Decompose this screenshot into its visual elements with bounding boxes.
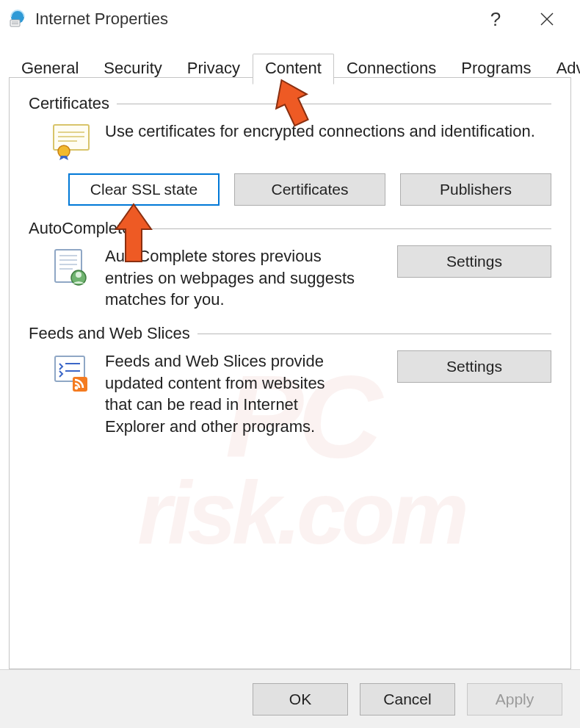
feeds-settings-button[interactable]: Settings xyxy=(397,350,551,383)
group-certificates: Certificates Use certificates for encryp… xyxy=(29,94,551,206)
dialog-actions: OK Cancel Apply xyxy=(0,669,580,728)
divider xyxy=(117,104,551,104)
group-title-certificates: Certificates xyxy=(29,94,117,113)
certificates-button[interactable]: Certificates xyxy=(234,173,385,206)
tab-content[interactable]: Content xyxy=(253,54,334,84)
group-autocomplete: AutoComplete AutoComplete stores previou… xyxy=(29,219,551,311)
group-title-feeds: Feeds and Web Slices xyxy=(29,324,197,343)
close-button[interactable] xyxy=(521,0,573,38)
titlebar: Internet Properties ? xyxy=(0,0,580,38)
publishers-button[interactable]: Publishers xyxy=(400,173,551,206)
autocomplete-settings-button[interactable]: Settings xyxy=(397,245,551,278)
clear-ssl-state-button[interactable]: Clear SSL state xyxy=(68,173,220,206)
autocomplete-description: AutoComplete stores previous entries on … xyxy=(105,245,355,311)
cancel-button[interactable]: Cancel xyxy=(360,683,455,716)
help-button[interactable]: ? xyxy=(470,0,521,38)
group-title-autocomplete: AutoComplete xyxy=(29,219,138,238)
divider xyxy=(197,334,551,334)
group-feeds: Feeds and Web Slices Feeds and Web Slice… xyxy=(29,324,551,438)
autocomplete-icon xyxy=(51,247,92,288)
svg-rect-6 xyxy=(54,125,89,150)
svg-rect-1 xyxy=(10,20,20,26)
certificates-description: Use certificates for encrypted connectio… xyxy=(105,120,535,143)
app-icon xyxy=(7,9,28,29)
content-panel: PC risk.com Certificates Use certificate… xyxy=(9,77,571,669)
svg-point-10 xyxy=(58,145,70,157)
apply-button[interactable]: Apply xyxy=(467,683,562,716)
feeds-description: Feeds and Web Slices provide updated con… xyxy=(105,350,355,438)
svg-point-17 xyxy=(76,272,81,278)
ok-button[interactable]: OK xyxy=(253,683,348,716)
svg-point-22 xyxy=(75,386,79,390)
divider xyxy=(138,228,551,229)
feeds-icon xyxy=(51,352,92,393)
window-title: Internet Properties xyxy=(35,10,470,29)
certificate-icon xyxy=(51,122,92,163)
